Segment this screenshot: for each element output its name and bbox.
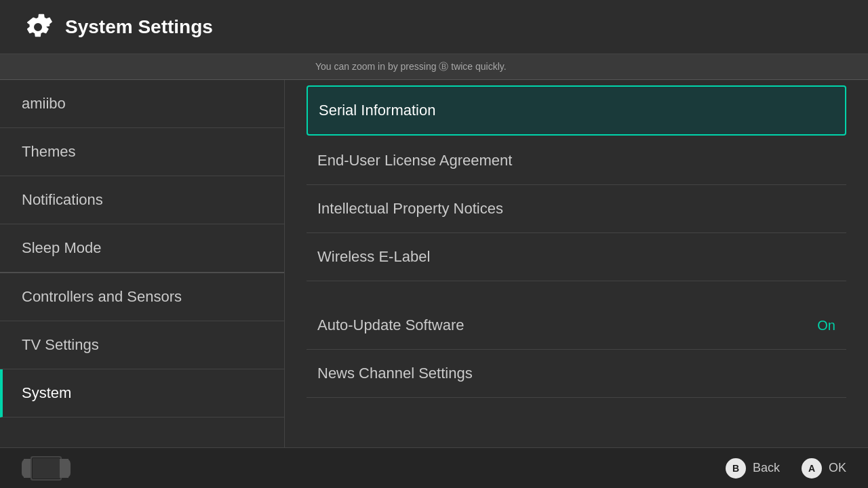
svg-rect-5 [60,459,68,478]
right-item-wireless-elabel[interactable]: Wireless E-Label [307,233,846,281]
right-panel-spacer [307,281,846,302]
sidebar: amiibo Themes Notifications Sleep Mode C… [0,80,285,447]
gear-icon [22,11,54,43]
footer: B Back A OK [0,447,868,488]
sidebar-item-amiibo[interactable]: amiibo [0,80,284,128]
a-button-icon: A [802,458,822,479]
header: System Settings [0,0,868,54]
sidebar-item-notifications[interactable]: Notifications [0,176,284,224]
right-item-serial-info[interactable]: Serial Information [307,85,846,136]
right-panel: Serial Information End-User License Agre… [285,80,868,447]
zoom-hint-bar: You can zoom in by pressing Ⓑ twice quic… [0,54,868,80]
right-item-eula[interactable]: End-User License Agreement [307,137,846,185]
right-item-ip-notices[interactable]: Intellectual Property Notices [307,185,846,233]
sidebar-item-themes[interactable]: Themes [0,128,284,176]
ok-label: OK [829,461,846,475]
footer-ok-button[interactable]: A OK [802,458,846,479]
sidebar-item-sleep-mode[interactable]: Sleep Mode [0,224,284,272]
sidebar-item-controllers-sensors[interactable]: Controllers and Sensors [0,273,284,321]
svg-rect-6 [33,458,60,479]
right-item-news-channel[interactable]: News Channel Settings [307,350,846,398]
page-title: System Settings [65,16,213,38]
zoom-hint-text: You can zoom in by pressing Ⓑ twice quic… [315,61,507,73]
b-button-icon: B [726,458,746,479]
footer-console-icon [22,456,71,481]
main-content: amiibo Themes Notifications Sleep Mode C… [0,80,868,447]
footer-buttons: B Back A OK [726,458,846,479]
sidebar-item-tv-settings[interactable]: TV Settings [0,321,284,369]
switch-console-icon [22,456,71,481]
footer-back-button[interactable]: B Back [726,458,780,479]
sidebar-item-system[interactable]: System [0,369,284,418]
right-item-auto-update[interactable]: Auto-Update Software On [307,302,846,350]
back-label: Back [753,461,780,475]
